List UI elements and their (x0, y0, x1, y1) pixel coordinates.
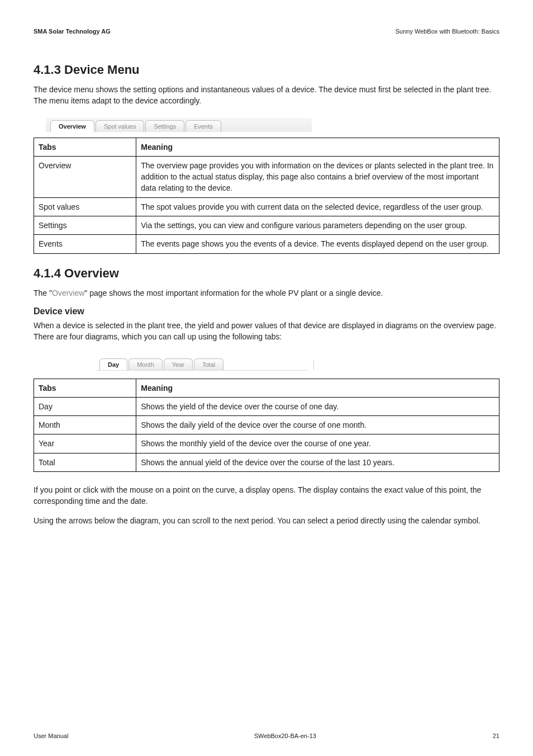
intro-pre: The " (34, 289, 52, 297)
section-414-title: 4.1.4 Overview (34, 266, 499, 281)
cell-meaning: The overview page provides you with info… (136, 156, 499, 197)
table-row: Month Shows the daily yield of the devic… (34, 416, 499, 434)
cell-meaning: The spot values provide you with current… (136, 197, 499, 216)
table-row: Total Shows the annual yield of the devi… (34, 453, 499, 471)
device-view-subhead: Device view (34, 306, 499, 316)
th-tabs: Tabs (34, 138, 136, 156)
page-header: SMA Solar Technology AG Sunny WebBox wit… (34, 28, 499, 35)
table-row: Settings Via the settings, you can view … (34, 216, 499, 235)
tab-year: Year (164, 358, 193, 370)
table-row: Events The events page shows you the eve… (34, 235, 499, 253)
table-row: Day Shows the yield of the device over t… (34, 397, 499, 415)
page-footer: User Manual SWebBox20-BA-en-13 21 (34, 733, 499, 739)
period-tabs-image: Day Month Year Total (95, 356, 308, 371)
cell-meaning: Shows the daily yield of the device over… (136, 416, 499, 434)
cell-meaning: Shows the annual yield of the device ove… (136, 453, 499, 471)
table-row: Overview The overview page provides you … (34, 156, 499, 197)
cell-tab: Day (34, 397, 136, 415)
tab-month: Month (129, 358, 163, 370)
tab-total: Total (194, 358, 223, 370)
tab-day: Day (99, 358, 127, 370)
tab-spot-values: Spot values (96, 120, 144, 132)
para-after-2: Using the arrows below the diagram, you … (34, 515, 499, 526)
cell-tab: Spot values (34, 197, 136, 216)
footer-center: SWebBox20-BA-en-13 (254, 733, 316, 739)
header-right: Sunny WebBox with Bluetooth: Basics (396, 28, 499, 35)
th-meaning: Meaning (136, 138, 499, 156)
footer-right: 21 (493, 733, 499, 739)
device-menu-tabs-image: Overview Spot values Settings Events (46, 118, 312, 132)
device-menu-table: Tabs Meaning Overview The overview page … (34, 138, 499, 254)
cell-tab: Year (34, 434, 136, 453)
section-413-intro: The device menu shows the setting option… (34, 84, 499, 107)
intro-post: " page shows the most important informat… (84, 289, 383, 297)
cell-meaning: Via the settings, you can view and confi… (136, 216, 499, 235)
cell-meaning: Shows the yield of the device over the c… (136, 397, 499, 415)
device-view-intro: When a device is selected in the plant t… (34, 320, 499, 343)
th-tabs: Tabs (34, 379, 136, 397)
footer-left: User Manual (34, 733, 68, 739)
cell-meaning: Shows the monthly yield of the device ov… (136, 434, 499, 453)
cell-tab: Events (34, 235, 136, 253)
table-row: Year Shows the monthly yield of the devi… (34, 434, 499, 453)
cell-tab: Total (34, 453, 136, 471)
tab-settings: Settings (145, 120, 184, 132)
para-after-1: If you point or click with the mouse on … (34, 484, 499, 507)
cell-meaning: The events page shows you the events of … (136, 235, 499, 253)
section-414-intro: The "Overview" page shows the most impor… (34, 287, 499, 299)
th-meaning: Meaning (136, 379, 499, 397)
cell-tab: Overview (34, 156, 136, 197)
header-left: SMA Solar Technology AG (34, 28, 111, 35)
table-row: Spot values The spot values provide you … (34, 197, 499, 216)
tab-overview: Overview (50, 120, 94, 132)
tab-events: Events (185, 120, 221, 132)
section-413-title: 4.1.3 Device Menu (34, 63, 499, 77)
intro-overview-label: Overview (52, 289, 84, 297)
cell-tab: Month (34, 416, 136, 434)
period-table: Tabs Meaning Day Shows the yield of the … (34, 379, 499, 472)
cell-tab: Settings (34, 216, 136, 235)
table-header-row: Tabs Meaning (34, 138, 499, 156)
table-header-row: Tabs Meaning (34, 379, 499, 397)
